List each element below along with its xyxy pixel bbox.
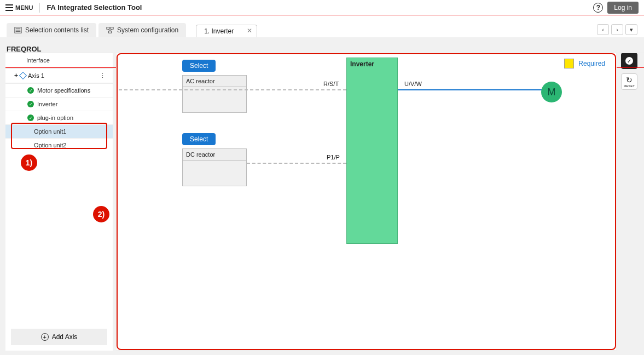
inverter-label: Inverter — [347, 58, 397, 70]
svg-line-7 — [108, 29, 111, 31]
tree-label: Inverter — [37, 101, 57, 107]
select-ac-button[interactable]: Select — [182, 60, 216, 72]
label-p1p: P1/P — [327, 154, 340, 161]
tab-row: Selection contents list System configura… — [0, 15, 644, 37]
svg-rect-6 — [108, 31, 111, 33]
ac-reactor-group: Select AC reactor — [182, 60, 247, 113]
svg-rect-5 — [111, 27, 113, 30]
reset-label: RESET — [624, 84, 635, 88]
required-swatch-icon — [564, 59, 574, 68]
label-uvw: U/V/W — [404, 81, 422, 87]
annotation-badge-1: 1) — [21, 154, 37, 171]
tab-label: System configuration — [117, 26, 178, 34]
select-dc-button[interactable]: Select — [182, 133, 216, 145]
legend-label: Required — [578, 60, 605, 67]
tab-label: Selection contents list — [25, 26, 89, 34]
line-rst — [119, 89, 346, 90]
check-icon: ✓ — [27, 87, 34, 94]
tree-label: Axis 1 — [28, 72, 44, 79]
tab-selection-contents[interactable]: Selection contents list — [7, 23, 96, 37]
right-toolbar: ✓ ↻ RESET — [621, 53, 640, 351]
line-uvw — [398, 89, 542, 90]
tab-inverter-active[interactable]: 1. Inverter ✕ — [196, 25, 257, 37]
reset-button[interactable]: ↻ RESET — [621, 73, 637, 90]
tree-label: plug-in option — [37, 114, 73, 121]
menu-icon — [5, 4, 13, 11]
ac-reactor-box[interactable]: AC reactor — [182, 75, 247, 113]
tree-inverter[interactable]: ✓ Inverter — [5, 97, 113, 111]
svg-line-8 — [110, 29, 112, 31]
app-header: MENU FA Integrated Selection Tool ? Log … — [0, 0, 644, 15]
app-title: FA Integrated Selection Tool — [40, 3, 142, 12]
add-axis-label: Add Axis — [52, 333, 78, 341]
check-icon: ✓ — [27, 114, 34, 121]
menu-label: MENU — [15, 4, 33, 11]
tab-dropdown-button[interactable]: ▾ — [625, 24, 637, 35]
list-icon — [14, 26, 22, 34]
tree-motor-spec[interactable]: ✓ Motor specifications — [5, 83, 113, 97]
diagram-canvas[interactable]: Required Select AC reactor Select DC rea… — [116, 53, 617, 351]
reset-icon: ↻ — [626, 76, 633, 84]
close-icon[interactable]: ✕ — [247, 27, 252, 35]
main-area: Interface + Axis 1 ⋮ ✓ Motor specificati… — [0, 37, 644, 355]
line-p1p — [247, 163, 346, 164]
annotation-badge-2: 2) — [93, 206, 109, 222]
tab-next-button[interactable]: › — [611, 24, 623, 35]
more-icon[interactable]: ⋮ — [100, 72, 108, 79]
label-rst: R/S/T — [323, 81, 339, 87]
page-title: FREQROL — [7, 45, 42, 53]
motor-label: M — [548, 87, 556, 98]
expand-icon[interactable]: + — [14, 72, 18, 79]
tree-label: Interface — [26, 57, 50, 64]
tree-label: Motor specifications — [37, 87, 90, 94]
tab-system-config[interactable]: System configuration — [98, 23, 186, 37]
config-icon — [106, 26, 114, 34]
legend-required: Required — [564, 59, 605, 68]
tab-label: 1. Inverter — [204, 27, 234, 35]
svg-rect-4 — [107, 27, 109, 30]
inverter-block[interactable]: Inverter — [346, 58, 398, 244]
add-axis-button[interactable]: + Add Axis — [11, 329, 107, 345]
diamond-icon — [19, 72, 27, 79]
tree-panel: Interface + Axis 1 ⋮ ✓ Motor specificati… — [5, 53, 113, 351]
dc-reactor-label: DC reactor — [183, 149, 246, 161]
dc-reactor-group: Select DC reactor — [182, 133, 247, 186]
plus-icon: + — [41, 333, 49, 341]
annotation-frame-1 — [11, 123, 107, 149]
help-icon[interactable]: ? — [593, 3, 603, 13]
dc-reactor-box[interactable]: DC reactor — [182, 148, 247, 186]
tab-prev-button[interactable]: ‹ — [597, 24, 609, 35]
motor-node[interactable]: M — [541, 82, 562, 102]
menu-button[interactable]: MENU — [5, 3, 40, 13]
check-icon: ✓ — [27, 101, 34, 107]
ac-reactor-label: AC reactor — [183, 76, 246, 87]
tree-axis1[interactable]: + Axis 1 ⋮ — [5, 68, 113, 83]
login-button[interactable]: Log in — [607, 2, 639, 14]
